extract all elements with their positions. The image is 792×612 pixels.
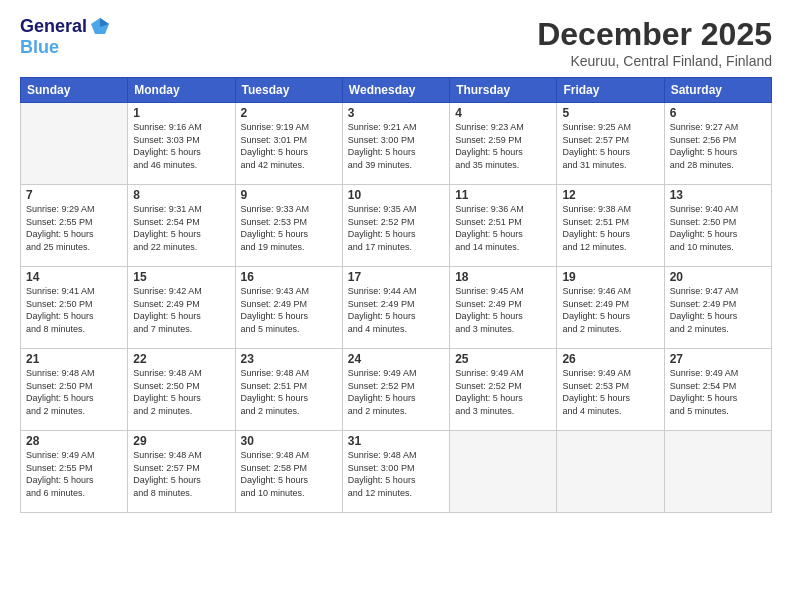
col-header-friday: Friday: [557, 78, 664, 103]
week-row-2: 7Sunrise: 9:29 AMSunset: 2:55 PMDaylight…: [21, 185, 772, 267]
day-info: Sunrise: 9:35 AMSunset: 2:52 PMDaylight:…: [348, 203, 444, 253]
page: General Blue December 2025 Keuruu, Centr…: [0, 0, 792, 612]
col-header-sunday: Sunday: [21, 78, 128, 103]
calendar-cell: 28Sunrise: 9:49 AMSunset: 2:55 PMDayligh…: [21, 431, 128, 513]
day-info: Sunrise: 9:48 AMSunset: 3:00 PMDaylight:…: [348, 449, 444, 499]
day-info: Sunrise: 9:25 AMSunset: 2:57 PMDaylight:…: [562, 121, 658, 171]
day-number: 19: [562, 270, 658, 284]
col-header-thursday: Thursday: [450, 78, 557, 103]
logo: General Blue: [20, 16, 111, 58]
day-number: 5: [562, 106, 658, 120]
calendar-cell: 22Sunrise: 9:48 AMSunset: 2:50 PMDayligh…: [128, 349, 235, 431]
calendar-cell: 1Sunrise: 9:16 AMSunset: 3:03 PMDaylight…: [128, 103, 235, 185]
logo-flag-icon: [89, 16, 111, 38]
day-number: 8: [133, 188, 229, 202]
calendar-cell: 15Sunrise: 9:42 AMSunset: 2:49 PMDayligh…: [128, 267, 235, 349]
day-number: 28: [26, 434, 122, 448]
day-number: 16: [241, 270, 337, 284]
day-info: Sunrise: 9:33 AMSunset: 2:53 PMDaylight:…: [241, 203, 337, 253]
day-info: Sunrise: 9:49 AMSunset: 2:53 PMDaylight:…: [562, 367, 658, 417]
calendar-table: SundayMondayTuesdayWednesdayThursdayFrid…: [20, 77, 772, 513]
day-number: 1: [133, 106, 229, 120]
calendar-cell: 24Sunrise: 9:49 AMSunset: 2:52 PMDayligh…: [342, 349, 449, 431]
day-number: 27: [670, 352, 766, 366]
calendar-cell: [664, 431, 771, 513]
calendar-cell: 26Sunrise: 9:49 AMSunset: 2:53 PMDayligh…: [557, 349, 664, 431]
calendar-cell: 27Sunrise: 9:49 AMSunset: 2:54 PMDayligh…: [664, 349, 771, 431]
col-header-monday: Monday: [128, 78, 235, 103]
day-info: Sunrise: 9:40 AMSunset: 2:50 PMDaylight:…: [670, 203, 766, 253]
day-number: 3: [348, 106, 444, 120]
day-number: 22: [133, 352, 229, 366]
day-number: 21: [26, 352, 122, 366]
day-number: 29: [133, 434, 229, 448]
location: Keuruu, Central Finland, Finland: [537, 53, 772, 69]
calendar-cell: [450, 431, 557, 513]
header: General Blue December 2025 Keuruu, Centr…: [20, 16, 772, 69]
day-info: Sunrise: 9:31 AMSunset: 2:54 PMDaylight:…: [133, 203, 229, 253]
calendar-cell: 19Sunrise: 9:46 AMSunset: 2:49 PMDayligh…: [557, 267, 664, 349]
week-row-1: 1Sunrise: 9:16 AMSunset: 3:03 PMDaylight…: [21, 103, 772, 185]
calendar-cell: 4Sunrise: 9:23 AMSunset: 2:59 PMDaylight…: [450, 103, 557, 185]
calendar-cell: 6Sunrise: 9:27 AMSunset: 2:56 PMDaylight…: [664, 103, 771, 185]
day-info: Sunrise: 9:38 AMSunset: 2:51 PMDaylight:…: [562, 203, 658, 253]
calendar-cell: 12Sunrise: 9:38 AMSunset: 2:51 PMDayligh…: [557, 185, 664, 267]
day-info: Sunrise: 9:27 AMSunset: 2:56 PMDaylight:…: [670, 121, 766, 171]
day-info: Sunrise: 9:47 AMSunset: 2:49 PMDaylight:…: [670, 285, 766, 335]
calendar-header-row: SundayMondayTuesdayWednesdayThursdayFrid…: [21, 78, 772, 103]
calendar-cell: 5Sunrise: 9:25 AMSunset: 2:57 PMDaylight…: [557, 103, 664, 185]
day-info: Sunrise: 9:41 AMSunset: 2:50 PMDaylight:…: [26, 285, 122, 335]
day-info: Sunrise: 9:16 AMSunset: 3:03 PMDaylight:…: [133, 121, 229, 171]
calendar-cell: 2Sunrise: 9:19 AMSunset: 3:01 PMDaylight…: [235, 103, 342, 185]
day-info: Sunrise: 9:48 AMSunset: 2:57 PMDaylight:…: [133, 449, 229, 499]
calendar-cell: 17Sunrise: 9:44 AMSunset: 2:49 PMDayligh…: [342, 267, 449, 349]
day-info: Sunrise: 9:48 AMSunset: 2:50 PMDaylight:…: [133, 367, 229, 417]
day-info: Sunrise: 9:46 AMSunset: 2:49 PMDaylight:…: [562, 285, 658, 335]
day-number: 2: [241, 106, 337, 120]
day-number: 9: [241, 188, 337, 202]
day-info: Sunrise: 9:49 AMSunset: 2:54 PMDaylight:…: [670, 367, 766, 417]
day-info: Sunrise: 9:43 AMSunset: 2:49 PMDaylight:…: [241, 285, 337, 335]
day-info: Sunrise: 9:29 AMSunset: 2:55 PMDaylight:…: [26, 203, 122, 253]
day-number: 13: [670, 188, 766, 202]
day-number: 7: [26, 188, 122, 202]
day-info: Sunrise: 9:48 AMSunset: 2:50 PMDaylight:…: [26, 367, 122, 417]
day-number: 17: [348, 270, 444, 284]
day-number: 23: [241, 352, 337, 366]
calendar-cell: [21, 103, 128, 185]
calendar-cell: 18Sunrise: 9:45 AMSunset: 2:49 PMDayligh…: [450, 267, 557, 349]
day-info: Sunrise: 9:49 AMSunset: 2:52 PMDaylight:…: [455, 367, 551, 417]
logo-general: General: [20, 17, 87, 37]
day-info: Sunrise: 9:48 AMSunset: 2:58 PMDaylight:…: [241, 449, 337, 499]
day-info: Sunrise: 9:49 AMSunset: 2:55 PMDaylight:…: [26, 449, 122, 499]
day-number: 31: [348, 434, 444, 448]
calendar-cell: 21Sunrise: 9:48 AMSunset: 2:50 PMDayligh…: [21, 349, 128, 431]
calendar-cell: 9Sunrise: 9:33 AMSunset: 2:53 PMDaylight…: [235, 185, 342, 267]
day-number: 20: [670, 270, 766, 284]
day-number: 6: [670, 106, 766, 120]
calendar-cell: 8Sunrise: 9:31 AMSunset: 2:54 PMDaylight…: [128, 185, 235, 267]
day-number: 14: [26, 270, 122, 284]
day-number: 30: [241, 434, 337, 448]
day-number: 25: [455, 352, 551, 366]
day-number: 4: [455, 106, 551, 120]
week-row-3: 14Sunrise: 9:41 AMSunset: 2:50 PMDayligh…: [21, 267, 772, 349]
calendar-cell: 25Sunrise: 9:49 AMSunset: 2:52 PMDayligh…: [450, 349, 557, 431]
day-number: 11: [455, 188, 551, 202]
calendar-cell: 3Sunrise: 9:21 AMSunset: 3:00 PMDaylight…: [342, 103, 449, 185]
day-info: Sunrise: 9:44 AMSunset: 2:49 PMDaylight:…: [348, 285, 444, 335]
logo-blue: Blue: [20, 38, 111, 58]
day-info: Sunrise: 9:21 AMSunset: 3:00 PMDaylight:…: [348, 121, 444, 171]
week-row-5: 28Sunrise: 9:49 AMSunset: 2:55 PMDayligh…: [21, 431, 772, 513]
calendar-cell: 14Sunrise: 9:41 AMSunset: 2:50 PMDayligh…: [21, 267, 128, 349]
day-number: 12: [562, 188, 658, 202]
day-info: Sunrise: 9:19 AMSunset: 3:01 PMDaylight:…: [241, 121, 337, 171]
day-info: Sunrise: 9:42 AMSunset: 2:49 PMDaylight:…: [133, 285, 229, 335]
calendar-cell: 10Sunrise: 9:35 AMSunset: 2:52 PMDayligh…: [342, 185, 449, 267]
calendar-cell: [557, 431, 664, 513]
day-info: Sunrise: 9:48 AMSunset: 2:51 PMDaylight:…: [241, 367, 337, 417]
title-section: December 2025 Keuruu, Central Finland, F…: [537, 16, 772, 69]
calendar-cell: 16Sunrise: 9:43 AMSunset: 2:49 PMDayligh…: [235, 267, 342, 349]
day-number: 24: [348, 352, 444, 366]
day-info: Sunrise: 9:23 AMSunset: 2:59 PMDaylight:…: [455, 121, 551, 171]
